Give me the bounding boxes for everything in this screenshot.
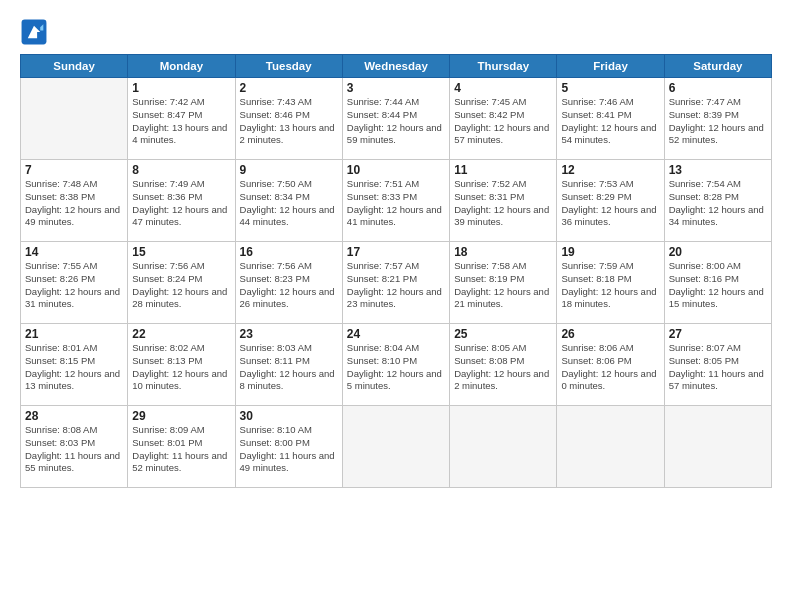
day-detail: Sunrise: 8:06 AMSunset: 8:06 PMDaylight:…: [561, 342, 659, 393]
day-cell: 12Sunrise: 7:53 AMSunset: 8:29 PMDayligh…: [557, 160, 664, 242]
day-cell: [557, 406, 664, 488]
header-row: SundayMondayTuesdayWednesdayThursdayFrid…: [21, 55, 772, 78]
day-detail: Sunrise: 7:51 AMSunset: 8:33 PMDaylight:…: [347, 178, 445, 229]
week-row-5: 28Sunrise: 8:08 AMSunset: 8:03 PMDayligh…: [21, 406, 772, 488]
day-number: 22: [132, 327, 230, 341]
day-number: 2: [240, 81, 338, 95]
day-cell: 2Sunrise: 7:43 AMSunset: 8:46 PMDaylight…: [235, 78, 342, 160]
week-row-3: 14Sunrise: 7:55 AMSunset: 8:26 PMDayligh…: [21, 242, 772, 324]
page: SundayMondayTuesdayWednesdayThursdayFrid…: [0, 0, 792, 612]
day-detail: Sunrise: 7:58 AMSunset: 8:19 PMDaylight:…: [454, 260, 552, 311]
day-cell: 4Sunrise: 7:45 AMSunset: 8:42 PMDaylight…: [450, 78, 557, 160]
day-detail: Sunrise: 8:08 AMSunset: 8:03 PMDaylight:…: [25, 424, 123, 475]
day-number: 28: [25, 409, 123, 423]
day-cell: 30Sunrise: 8:10 AMSunset: 8:00 PMDayligh…: [235, 406, 342, 488]
logo: [20, 18, 50, 46]
day-number: 7: [25, 163, 123, 177]
day-detail: Sunrise: 7:45 AMSunset: 8:42 PMDaylight:…: [454, 96, 552, 147]
col-header-monday: Monday: [128, 55, 235, 78]
day-number: 14: [25, 245, 123, 259]
col-header-sunday: Sunday: [21, 55, 128, 78]
day-number: 11: [454, 163, 552, 177]
day-number: 30: [240, 409, 338, 423]
day-number: 25: [454, 327, 552, 341]
day-number: 1: [132, 81, 230, 95]
day-cell: 22Sunrise: 8:02 AMSunset: 8:13 PMDayligh…: [128, 324, 235, 406]
day-cell: 29Sunrise: 8:09 AMSunset: 8:01 PMDayligh…: [128, 406, 235, 488]
day-number: 9: [240, 163, 338, 177]
day-number: 3: [347, 81, 445, 95]
day-cell: 20Sunrise: 8:00 AMSunset: 8:16 PMDayligh…: [664, 242, 771, 324]
day-cell: 18Sunrise: 7:58 AMSunset: 8:19 PMDayligh…: [450, 242, 557, 324]
col-header-friday: Friday: [557, 55, 664, 78]
day-cell: 9Sunrise: 7:50 AMSunset: 8:34 PMDaylight…: [235, 160, 342, 242]
day-cell: 27Sunrise: 8:07 AMSunset: 8:05 PMDayligh…: [664, 324, 771, 406]
day-cell: 11Sunrise: 7:52 AMSunset: 8:31 PMDayligh…: [450, 160, 557, 242]
day-detail: Sunrise: 7:42 AMSunset: 8:47 PMDaylight:…: [132, 96, 230, 147]
day-cell: 24Sunrise: 8:04 AMSunset: 8:10 PMDayligh…: [342, 324, 449, 406]
day-cell: 23Sunrise: 8:03 AMSunset: 8:11 PMDayligh…: [235, 324, 342, 406]
col-header-thursday: Thursday: [450, 55, 557, 78]
day-detail: Sunrise: 7:44 AMSunset: 8:44 PMDaylight:…: [347, 96, 445, 147]
week-row-1: 1Sunrise: 7:42 AMSunset: 8:47 PMDaylight…: [21, 78, 772, 160]
day-number: 26: [561, 327, 659, 341]
header: [20, 18, 772, 46]
day-detail: Sunrise: 8:02 AMSunset: 8:13 PMDaylight:…: [132, 342, 230, 393]
day-cell: 8Sunrise: 7:49 AMSunset: 8:36 PMDaylight…: [128, 160, 235, 242]
col-header-saturday: Saturday: [664, 55, 771, 78]
day-cell: 15Sunrise: 7:56 AMSunset: 8:24 PMDayligh…: [128, 242, 235, 324]
day-detail: Sunrise: 8:09 AMSunset: 8:01 PMDaylight:…: [132, 424, 230, 475]
day-number: 10: [347, 163, 445, 177]
logo-icon: [20, 18, 48, 46]
col-header-tuesday: Tuesday: [235, 55, 342, 78]
day-detail: Sunrise: 7:48 AMSunset: 8:38 PMDaylight:…: [25, 178, 123, 229]
day-detail: Sunrise: 8:10 AMSunset: 8:00 PMDaylight:…: [240, 424, 338, 475]
day-detail: Sunrise: 7:53 AMSunset: 8:29 PMDaylight:…: [561, 178, 659, 229]
day-number: 12: [561, 163, 659, 177]
day-cell: 19Sunrise: 7:59 AMSunset: 8:18 PMDayligh…: [557, 242, 664, 324]
day-detail: Sunrise: 7:59 AMSunset: 8:18 PMDaylight:…: [561, 260, 659, 311]
day-detail: Sunrise: 7:46 AMSunset: 8:41 PMDaylight:…: [561, 96, 659, 147]
day-detail: Sunrise: 7:54 AMSunset: 8:28 PMDaylight:…: [669, 178, 767, 229]
day-number: 27: [669, 327, 767, 341]
day-cell: 1Sunrise: 7:42 AMSunset: 8:47 PMDaylight…: [128, 78, 235, 160]
day-cell: 14Sunrise: 7:55 AMSunset: 8:26 PMDayligh…: [21, 242, 128, 324]
day-cell: [450, 406, 557, 488]
day-number: 19: [561, 245, 659, 259]
day-cell: 3Sunrise: 7:44 AMSunset: 8:44 PMDaylight…: [342, 78, 449, 160]
day-cell: 5Sunrise: 7:46 AMSunset: 8:41 PMDaylight…: [557, 78, 664, 160]
day-cell: [21, 78, 128, 160]
day-detail: Sunrise: 7:56 AMSunset: 8:24 PMDaylight:…: [132, 260, 230, 311]
day-detail: Sunrise: 8:07 AMSunset: 8:05 PMDaylight:…: [669, 342, 767, 393]
day-number: 8: [132, 163, 230, 177]
day-detail: Sunrise: 8:00 AMSunset: 8:16 PMDaylight:…: [669, 260, 767, 311]
day-detail: Sunrise: 7:43 AMSunset: 8:46 PMDaylight:…: [240, 96, 338, 147]
day-cell: 17Sunrise: 7:57 AMSunset: 8:21 PMDayligh…: [342, 242, 449, 324]
day-number: 18: [454, 245, 552, 259]
day-detail: Sunrise: 8:03 AMSunset: 8:11 PMDaylight:…: [240, 342, 338, 393]
day-cell: 25Sunrise: 8:05 AMSunset: 8:08 PMDayligh…: [450, 324, 557, 406]
week-row-2: 7Sunrise: 7:48 AMSunset: 8:38 PMDaylight…: [21, 160, 772, 242]
calendar: SundayMondayTuesdayWednesdayThursdayFrid…: [20, 54, 772, 488]
day-detail: Sunrise: 7:50 AMSunset: 8:34 PMDaylight:…: [240, 178, 338, 229]
day-cell: 6Sunrise: 7:47 AMSunset: 8:39 PMDaylight…: [664, 78, 771, 160]
day-cell: 13Sunrise: 7:54 AMSunset: 8:28 PMDayligh…: [664, 160, 771, 242]
day-detail: Sunrise: 8:05 AMSunset: 8:08 PMDaylight:…: [454, 342, 552, 393]
day-detail: Sunrise: 7:49 AMSunset: 8:36 PMDaylight:…: [132, 178, 230, 229]
day-number: 16: [240, 245, 338, 259]
day-cell: 21Sunrise: 8:01 AMSunset: 8:15 PMDayligh…: [21, 324, 128, 406]
day-cell: 7Sunrise: 7:48 AMSunset: 8:38 PMDaylight…: [21, 160, 128, 242]
col-header-wednesday: Wednesday: [342, 55, 449, 78]
day-number: 23: [240, 327, 338, 341]
day-number: 13: [669, 163, 767, 177]
day-number: 4: [454, 81, 552, 95]
day-cell: 16Sunrise: 7:56 AMSunset: 8:23 PMDayligh…: [235, 242, 342, 324]
day-cell: 26Sunrise: 8:06 AMSunset: 8:06 PMDayligh…: [557, 324, 664, 406]
day-detail: Sunrise: 7:57 AMSunset: 8:21 PMDaylight:…: [347, 260, 445, 311]
day-number: 24: [347, 327, 445, 341]
day-cell: [664, 406, 771, 488]
day-number: 21: [25, 327, 123, 341]
day-detail: Sunrise: 8:01 AMSunset: 8:15 PMDaylight:…: [25, 342, 123, 393]
day-number: 17: [347, 245, 445, 259]
day-detail: Sunrise: 7:52 AMSunset: 8:31 PMDaylight:…: [454, 178, 552, 229]
